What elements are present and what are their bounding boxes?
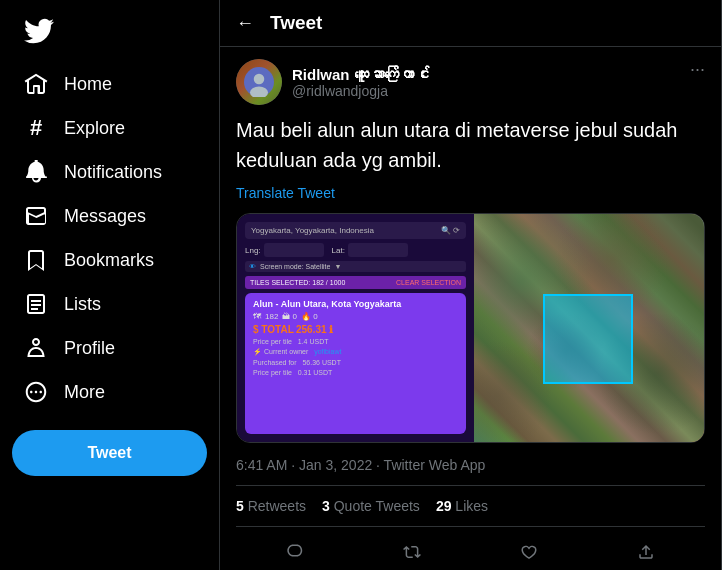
tweet-view-title: Tweet [270, 12, 322, 34]
purchased-for: Purchased for 56.36 USDT [253, 359, 458, 366]
sidebar-item-home-label: Home [64, 74, 112, 95]
sidebar-item-lists[interactable]: Lists [12, 282, 207, 326]
plus-icon: 🏔 0 [282, 312, 297, 321]
property-card: Alun - Alun Utara, Kota Yogyakarta 🗺 182… [245, 293, 466, 434]
back-button[interactable]: ← [236, 13, 254, 34]
lightning-icon: ⚡ [253, 348, 262, 355]
screen-mode-label: Screen mode: Satellite [260, 263, 330, 270]
lng-field: Lng: [245, 243, 324, 257]
profile-icon [24, 336, 48, 360]
tweet-stats: 5 Retweets 3 Quote Tweets 29 Likes [236, 486, 705, 527]
total-label: $ TOTAL [253, 324, 294, 335]
retweets-label: Retweets [248, 498, 306, 514]
clear-selection[interactable]: CLEAR SELECTION [396, 279, 461, 286]
lat-field: Lat: [332, 243, 408, 257]
satellite-map [474, 214, 704, 442]
fire-icon: 🔥 0 [301, 312, 318, 321]
share-button[interactable] [629, 535, 663, 569]
property-total: $ TOTAL 256.31 ℹ [253, 324, 458, 335]
selected-area-highlight [543, 294, 633, 384]
price-value2: 0.31 USDT [298, 369, 333, 376]
map-location-text: Yogyakarta, Yogyakarta, Indonesia [251, 226, 441, 235]
tweet-main: ← Tweet Ridlwan ထူးဆောက်ကြောင်း [220, 0, 722, 570]
tweet-author-row: Ridlwan ထူးဆောက်ကြောင်း @ridlwandjogja ·… [236, 59, 705, 105]
map-search-bar: Yogyakarta, Yogyakarta, Indonesia 🔍 ⟳ [245, 222, 466, 239]
screen-mode: 👁 Screen mode: Satellite ▼ [245, 261, 466, 272]
translate-link[interactable]: Translate Tweet [236, 185, 705, 201]
sidebar-item-explore-label: Explore [64, 118, 125, 139]
explore-icon: # [24, 116, 48, 140]
reply-button[interactable] [278, 535, 312, 569]
tiles-bar: TILES SELECTED: 182 / 1000 CLEAR SELECTI… [245, 276, 466, 289]
sidebar-item-messages[interactable]: Messages [12, 194, 207, 238]
quote-count: 3 [322, 498, 330, 514]
price-label2: Price per tile [253, 369, 292, 376]
sidebar-item-explore[interactable]: # Explore [12, 106, 207, 150]
tweet-body: Ridlwan ထူးဆောက်ကြောင်း @ridlwandjogja ·… [220, 47, 721, 570]
current-owner-value: yofibiawt [314, 348, 341, 355]
tweet-view-header: ← Tweet [220, 0, 721, 47]
sidebar-item-more-label: More [64, 382, 105, 403]
lng-input [264, 243, 324, 257]
home-icon [24, 72, 48, 96]
retweets-count: 5 [236, 498, 244, 514]
metaverse-map-left: Yogyakarta, Yogyakarta, Indonesia 🔍 ⟳ Ln… [237, 214, 474, 442]
lng-label: Lng: [245, 246, 261, 255]
sidebar-item-notifications-label: Notifications [64, 162, 162, 183]
sidebar-item-more[interactable]: More [12, 370, 207, 414]
tweet-more-button[interactable]: ··· [690, 59, 705, 80]
tweet-actions [236, 527, 705, 570]
tiles-value: 182 [265, 312, 278, 321]
author-text: Ridlwan ထူးဆောက်ကြောင်း @ridlwandjogja [292, 66, 430, 99]
price-per-tile-label: Price per tile [253, 338, 292, 345]
tiles-selected-label: TILES SELECTED: 182 / 1000 [250, 279, 345, 286]
quote-tweets-stat[interactable]: 3 Quote Tweets [322, 498, 420, 514]
tweet-image: Yogyakarta, Yogyakarta, Indonesia 🔍 ⟳ Ln… [236, 213, 705, 443]
lists-icon [24, 292, 48, 316]
quote-label: Quote Tweets [334, 498, 420, 514]
bookmark-icon [24, 248, 48, 272]
total-value: 256.31 [296, 324, 327, 335]
sidebar-item-profile-label: Profile [64, 338, 115, 359]
property-stats: 🗺 182 🏔 0 🔥 0 [253, 312, 458, 321]
sidebar-item-bookmarks[interactable]: Bookmarks [12, 238, 207, 282]
property-name: Alun - Alun Utara, Kota Yogyakarta [253, 299, 458, 309]
lat-label: Lat: [332, 246, 345, 255]
metaverse-map-satellite [474, 214, 704, 442]
svg-point-1 [254, 74, 265, 85]
likes-count: 29 [436, 498, 452, 514]
avatar [236, 59, 282, 105]
purchased-label: Purchased for [253, 359, 297, 366]
current-owner: ⚡ Current owner yofibiawt [253, 348, 458, 356]
tweet-metadata: 6:41 AM · Jan 3, 2022 · Twitter Web App [236, 453, 705, 486]
more-icon [24, 380, 48, 404]
sidebar-item-bookmarks-label: Bookmarks [64, 250, 154, 271]
sidebar: Home # Explore Notifications Messages Bo… [0, 0, 220, 570]
mail-icon [24, 204, 48, 228]
map-coordinates: Lng: Lat: [245, 243, 466, 257]
author-handle: @ridlwandjogja [292, 83, 430, 99]
sidebar-item-messages-label: Messages [64, 206, 146, 227]
likes-label: Likes [455, 498, 488, 514]
search-icon: 🔍 ⟳ [441, 226, 460, 235]
sidebar-item-home[interactable]: Home [12, 62, 207, 106]
twitter-logo[interactable] [12, 8, 207, 58]
bell-icon [24, 160, 48, 184]
purchased-value: 56.36 USDT [302, 359, 341, 366]
author-info: Ridlwan ထူးဆောက်ကြောင်း @ridlwandjogja [236, 59, 430, 105]
likes-stat[interactable]: 29 Likes [436, 498, 488, 514]
tweet-button[interactable]: Tweet [12, 430, 207, 476]
price-per-tile-value: 1.4 USDT [298, 338, 329, 345]
sidebar-item-profile[interactable]: Profile [12, 326, 207, 370]
retweets-stat[interactable]: 5 Retweets [236, 498, 306, 514]
sidebar-item-notifications[interactable]: Notifications [12, 150, 207, 194]
current-owner-label: Current owner [264, 348, 308, 355]
lat-input [348, 243, 408, 257]
tiles-icon: 🗺 [253, 312, 261, 321]
sidebar-item-lists-label: Lists [64, 294, 101, 315]
tweet-text: Mau beli alun alun utara di metaverse je… [236, 115, 705, 175]
price-per-tile: Price per tile 1.4 USDT [253, 338, 458, 345]
like-button[interactable] [512, 535, 546, 569]
retweet-button[interactable] [395, 535, 429, 569]
author-display-name: Ridlwan ထူးဆောက်ကြောင်း [292, 66, 430, 83]
